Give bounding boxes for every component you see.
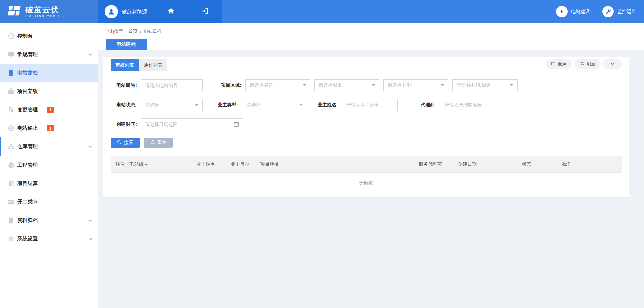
tab-passed-list[interactable]: 通过列表 [139, 59, 167, 71]
select-arrow-icon [303, 84, 306, 86]
station-no-label: 电站编号: [111, 82, 137, 88]
count-badge: 1 [47, 125, 54, 131]
content-area: 审核列表 通过列表 全屏 [98, 50, 644, 308]
chevron-down-icon [88, 53, 92, 57]
sidebar-item-data-archive[interactable]: 资料归档 [0, 211, 98, 230]
refresh-button[interactable]: 刷新 [575, 59, 601, 69]
sign-in-icon [201, 7, 209, 16]
sidebar-item-label: 工程管理 [17, 162, 38, 168]
reset-icon [150, 140, 155, 146]
work-area: 当前位置： 首页 / 电站建档 电站建档 审核列表 通过列表 [98, 23, 644, 308]
breadcrumb: 当前位置： 首页 / 电站建档 [98, 23, 644, 35]
town-select[interactable]: 请选择村镇/街道 [452, 79, 518, 91]
briefcase-icon [7, 88, 15, 95]
station-no-input[interactable] [141, 79, 203, 91]
sidebar: 控制台 常规管理 [0, 23, 98, 308]
sidebar-item-label: 电站建档 [17, 70, 38, 76]
tab-review-list[interactable]: 审核列表 [111, 59, 139, 71]
select-arrow-icon [510, 84, 513, 86]
archive-file-icon [7, 217, 15, 224]
agent-input[interactable] [440, 99, 499, 111]
filter-row-2: 电站状态: 请选择 业主类型: 请选择 业主姓名: [111, 99, 622, 111]
filter-actions: 搜索 重置 [111, 138, 622, 148]
breadcrumb-prefix: 当前位置： [106, 29, 127, 34]
sidebar-item-project-settlement[interactable]: 项目结算 [0, 174, 98, 193]
filter-row-3: 创建时间: [111, 118, 622, 130]
collapse-button[interactable] [603, 59, 622, 69]
user-name: 破茧新能源 [122, 9, 147, 15]
navbar-tabs: 破茧新能源 [98, 0, 222, 23]
sidebar-item-console[interactable]: 控制台 [0, 27, 98, 45]
create-time-label: 创建时间: [111, 121, 137, 127]
reset-button[interactable]: 重置 [144, 138, 173, 148]
credit-card-icon [7, 198, 15, 206]
gauge-icon [7, 162, 15, 169]
count-badge: 1 [47, 107, 54, 113]
col-owner-name: 业主姓名 [191, 156, 226, 172]
brand-subtitle: Po Jian Yun Fu [25, 14, 64, 18]
search-button[interactable]: 搜索 [111, 138, 140, 148]
page-tab-station-filing[interactable]: 电站建档 [106, 39, 147, 50]
lightning-icon [556, 6, 568, 17]
owner-name-input[interactable] [342, 99, 398, 111]
province-select[interactable]: 请选择省份 [245, 79, 310, 91]
date-range-field [141, 118, 243, 130]
document-icon [7, 69, 15, 77]
sidebar-item-project-initiation[interactable]: 项目立项 [0, 82, 98, 101]
owner-type-select[interactable]: 请选择 [242, 99, 307, 111]
col-station-no: 电站编号 [124, 156, 191, 172]
col-serial: 序号 [111, 156, 124, 172]
fullscreen-label: 全屏 [558, 61, 567, 67]
record-circle-icon [7, 125, 15, 132]
region-label: 项目区域: [212, 82, 241, 88]
dashboard-icon [7, 33, 15, 40]
sidebar-item-change-management[interactable]: 变更管理 1 [0, 101, 98, 119]
pojian-logo-mark-icon [6, 4, 21, 19]
col-service-agent: 服务代理商 [414, 156, 453, 172]
sidebar-item-engineering-management[interactable]: 工程管理 [0, 156, 98, 174]
sidebar-item-label: 系统设置 [17, 236, 38, 242]
sidebar-item-warehouse-management[interactable]: 仓库管理 [0, 137, 98, 156]
breadcrumb-bar: 当前位置： 首页 / 电站建档 电站建档 [98, 23, 644, 50]
navbar-user-tab[interactable]: 破茧新能源 [98, 0, 154, 23]
mode-station-construction[interactable]: 电站建设 [556, 6, 590, 17]
mode-label: 电站建设 [571, 9, 590, 15]
select-arrow-icon [441, 84, 444, 86]
panel-tabs-bar: 审核列表 通过列表 全屏 [111, 57, 622, 71]
city-select[interactable]: 请选择城市 [314, 79, 379, 91]
breadcrumb-home-link[interactable]: 首页 [129, 29, 138, 34]
wrench-icon [602, 6, 614, 17]
col-actions: 操作 [557, 156, 622, 172]
top-bar: 破茧云伏 Po Jian Yun Fu 破茧新能源 [0, 0, 644, 23]
refresh-label: 刷新 [587, 61, 595, 67]
select-arrow-icon [299, 104, 303, 106]
mode-monitoring-ops[interactable]: 监控运维 [602, 6, 636, 17]
breadcrumb-current: 电站建档 [144, 29, 161, 34]
county-select[interactable]: 请选择县/区 [383, 79, 448, 91]
fullscreen-button[interactable]: 全屏 [546, 59, 572, 69]
sidebar-item-system-settings[interactable]: 系统设置 [0, 230, 98, 248]
sidebar-item-label: 开二类卡 [17, 199, 38, 205]
select-arrow-icon [195, 104, 198, 106]
date-range-input[interactable] [141, 118, 243, 130]
mode-label: 监控运维 [617, 9, 636, 15]
navbar-signin-tab[interactable] [188, 0, 222, 23]
station-status-placeholder: 请选择 [145, 102, 159, 108]
sidebar-item-general-management[interactable]: 常规管理 [0, 45, 98, 64]
breadcrumb-separator: / [140, 29, 141, 34]
sidebar-item-label: 仓库管理 [17, 143, 38, 150]
search-label: 搜索 [124, 140, 133, 146]
panel-card: 审核列表 通过列表 全屏 [103, 57, 629, 197]
top-navbar: 破茧新能源 [98, 0, 644, 23]
sidebar-item-station-termination[interactable]: 电站终止 1 [0, 119, 98, 137]
table-empty-text: 无数据 [111, 173, 622, 194]
station-status-select[interactable]: 请选择 [141, 99, 203, 111]
navbar-home-tab[interactable] [154, 0, 188, 23]
sidebar-item-label: 项目立项 [17, 88, 38, 95]
owner-type-label: 业主类型: [209, 102, 238, 108]
copy-icon [7, 106, 15, 114]
sidebar-item-type2-card[interactable]: 开二类卡 [0, 193, 98, 211]
search-icon [117, 140, 122, 146]
town-select-placeholder: 请选择村镇/街道 [457, 82, 491, 88]
sidebar-item-station-filing[interactable]: 电站建档 [0, 64, 98, 82]
